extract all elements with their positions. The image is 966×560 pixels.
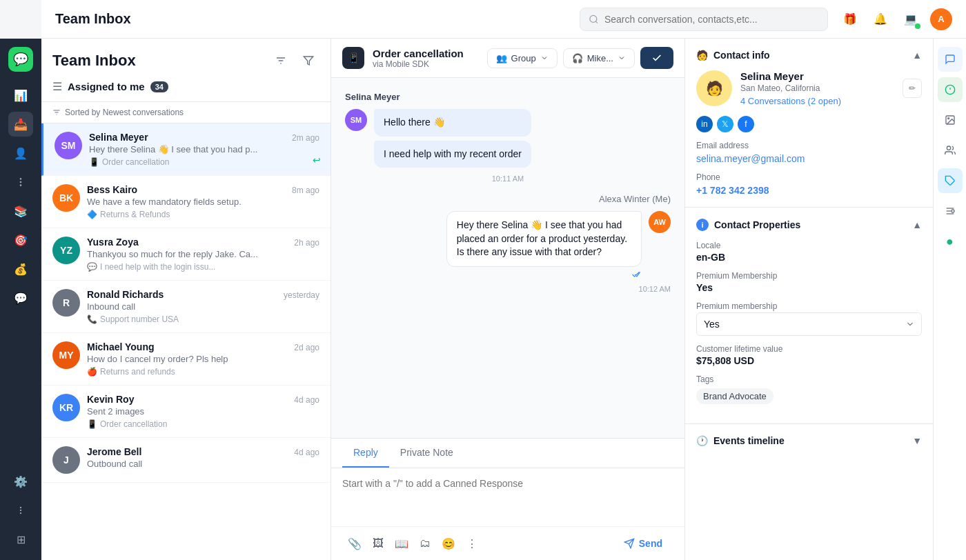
sort-row: Sorted by Newest conversations [41, 102, 331, 123]
chevron-down-icon [540, 54, 549, 62]
side-info-icon[interactable] [938, 77, 963, 102]
conv-preview: Inbound call [87, 301, 319, 312]
search-input[interactable] [604, 14, 819, 25]
message-bubble: Hey there Selina 👋 I see that you had pl… [446, 211, 642, 267]
message-row: AW Hey there Selina 👋 I see that you had… [345, 211, 671, 278]
premium-select[interactable]: Yes No [696, 312, 922, 336]
sort-button[interactable] [270, 50, 292, 72]
double-check-icon [632, 271, 642, 278]
search-bar[interactable] [580, 8, 828, 31]
tags-property: Tags Brand Advocate [696, 374, 922, 404]
agent-dropdown[interactable]: 🎧 Mike... [563, 48, 635, 68]
facebook-icon[interactable]: f [738, 116, 754, 132]
nav-grid[interactable]: ⊞ [8, 527, 33, 552]
linkedin-icon[interactable]: in [696, 116, 713, 132]
reply-tab[interactable]: Reply [342, 439, 389, 468]
conv-meta: 💬 I need help with the login issu... [87, 262, 319, 272]
nav-chat[interactable]: 💬 [8, 286, 33, 310]
svg-point-18 [952, 210, 954, 212]
outgoing-sender: Alexa Winter (Me) [345, 194, 671, 204]
conversations-sidebar: Team Inbox ☰ Assigned to me 34 Sorted by… [41, 39, 331, 560]
conversation-item[interactable]: KR Kevin Roy 4d ago Sent 2 images 📱 Orde… [41, 386, 331, 438]
private-note-tab[interactable]: Private Note [389, 439, 464, 468]
conv-avatar: YZ [52, 237, 80, 264]
menu-icon[interactable]: ☰ [52, 80, 62, 93]
conv-meta: 📱 Order cancellation [89, 157, 319, 167]
filter-button[interactable] [297, 50, 319, 72]
nav-more-contacts[interactable] [8, 170, 33, 194]
emoji-button[interactable]: 😊 [436, 533, 461, 554]
headset-icon: 🎧 [572, 53, 583, 63]
svg-marker-7 [304, 57, 313, 65]
article-button[interactable]: 📖 [389, 533, 414, 554]
conv-name: Yusra Zoya [87, 237, 139, 248]
conv-time: 4d ago [294, 395, 319, 405]
conv-meta: 🔷 Returns & Refunds [87, 210, 319, 219]
side-tag-icon[interactable] [938, 168, 963, 193]
events-title: 🕐 Events timeline [696, 435, 785, 446]
side-green-icon[interactable]: ● [938, 229, 963, 254]
gift-icon[interactable]: 🎁 [839, 8, 861, 30]
side-users-icon[interactable] [938, 138, 963, 163]
conv-avatar: BK [52, 184, 80, 212]
conversation-item[interactable]: R Ronald Richards yesterday Inbound call… [41, 281, 331, 333]
side-conversations-icon[interactable] [938, 47, 963, 72]
global-header: Team Inbox 🎁 🔔 💻 A [41, 0, 966, 39]
collapse-contact-button[interactable]: ▲ [912, 50, 922, 61]
reply-input[interactable] [331, 468, 684, 523]
contact-conversations-link[interactable]: 4 Conversations (2 open) [740, 96, 894, 106]
image-button[interactable]: 🖼 [367, 533, 389, 554]
phone-value: +1 782 342 2398 [696, 185, 922, 196]
conversation-item[interactable]: BK Bess Kairo 8m ago We have a few manda… [41, 176, 331, 228]
conversation-item[interactable]: YZ Yusra Zoya 2h ago Thankyou so much fo… [41, 228, 331, 281]
nav-inbox[interactable]: 📥 [8, 112, 33, 137]
svg-point-0 [590, 15, 597, 22]
twitter-icon[interactable]: 𝕏 [717, 116, 733, 132]
collapse-events-button[interactable]: ▼ [912, 435, 922, 446]
reply-tabs: Reply Private Note [331, 439, 684, 468]
conv-meta: 📞 Support number USA [87, 314, 319, 324]
conv-preview: Sent 2 images [87, 406, 319, 417]
conv-meta: 📱 Order cancellation [87, 419, 319, 429]
collapse-properties-button[interactable]: ▲ [912, 219, 922, 230]
gallery-button[interactable]: 🗂 [414, 533, 436, 554]
conversation-item[interactable]: SM Selina Meyer 2m ago Hey there Selina … [41, 123, 331, 176]
left-nav: 💬 📊 📥 👤 📚 🎯 💰 💬 ⚙️ ⊞ [0, 39, 41, 560]
conv-time: 2d ago [294, 343, 319, 352]
group-dropdown[interactable]: 👥 Group [487, 48, 558, 68]
channel-icon: 📞 [87, 314, 97, 324]
screen-icon[interactable]: 💻 [900, 8, 922, 30]
contact-title-label: Contact info [713, 50, 770, 61]
premium-select-label: Premium membership [696, 301, 922, 311]
chat-header-actions: 👥 Group 🎧 Mike... [487, 47, 673, 69]
side-photo-icon[interactable] [938, 108, 963, 132]
nav-settings-more[interactable] [8, 498, 33, 523]
contact-info-section: 🧑 Contact info ▲ 🧑 Selina Meyer San Mate… [685, 39, 933, 208]
message-bubbles: Hello there 👋 I need help with my recent… [374, 109, 531, 168]
attach-button[interactable]: 📎 [342, 533, 367, 554]
more-button[interactable]: ⋮ [461, 533, 483, 554]
search-icon [589, 14, 599, 25]
conversation-item[interactable]: MY Michael Young 2d ago How do I cancel … [41, 333, 331, 386]
nav-knowledge[interactable]: 📚 [8, 199, 33, 223]
resolve-button[interactable] [640, 47, 673, 69]
channel-name: Returns & Refunds [100, 210, 170, 219]
lifetime-label: Customer lifetime value [696, 344, 922, 354]
nav-billing[interactable]: 💰 [8, 257, 33, 281]
right-panel: 🧑 Contact info ▲ 🧑 Selina Meyer San Mate… [684, 39, 933, 560]
sender-avatar: SM [345, 109, 367, 131]
side-settings-icon[interactable] [938, 199, 963, 223]
email-value[interactable]: selina.meyer@gmail.com [696, 153, 922, 164]
bell-icon[interactable]: 🔔 [869, 8, 891, 30]
nav-settings[interactable]: ⚙️ [8, 469, 33, 494]
lifetime-value: $75,808 USD [696, 355, 922, 366]
edit-contact-button[interactable]: ✏ [903, 79, 922, 98]
user-avatar[interactable]: A [930, 8, 952, 30]
conversation-item[interactable]: J Jerome Bell 4d ago Outbound call [41, 438, 331, 483]
nav-logo[interactable]: 💬 [8, 47, 33, 72]
nav-campaigns[interactable]: 🎯 [8, 228, 33, 252]
contact-location: San Mateo, California [740, 83, 894, 93]
nav-dashboard[interactable]: 📊 [8, 83, 33, 108]
nav-contacts[interactable]: 👤 [8, 141, 33, 166]
send-button[interactable]: Send [613, 532, 673, 554]
